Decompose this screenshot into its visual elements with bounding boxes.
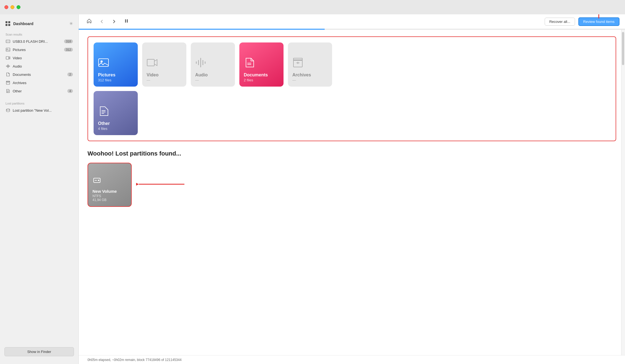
partition-card-new-volume[interactable]: New Volume NTFS 41,94 GB bbox=[88, 163, 132, 207]
lost-partitions-section: Woohoo! Lost partitions found... New Vol… bbox=[88, 150, 616, 207]
content-area: Pictures 312 files Video — bbox=[79, 30, 625, 355]
status-text: 0h05m elapsed, ~0h02m remain, block 7741… bbox=[88, 358, 182, 362]
sidebar-usb-badge: 318 bbox=[64, 39, 73, 43]
category-card-video[interactable]: Video — bbox=[142, 42, 186, 87]
other-icon bbox=[6, 89, 10, 93]
svg-rect-13 bbox=[127, 19, 128, 23]
toolbar: Recover all... Review found items bbox=[79, 14, 625, 29]
documents-card-count: 2 files bbox=[244, 78, 279, 82]
sidebar-pictures-badge: 312 bbox=[64, 48, 73, 52]
sidebar-item-lost-partition[interactable]: Lost partition "New Vol... bbox=[0, 106, 78, 114]
svg-rect-4 bbox=[6, 57, 9, 59]
close-button[interactable] bbox=[4, 5, 8, 9]
pictures-card-count: 312 files bbox=[98, 78, 133, 82]
category-grid-row2: Other 4 files bbox=[94, 91, 610, 135]
usb-icon bbox=[6, 39, 10, 44]
sidebar: Dashboard ✳ Scan results USB3.0 FLASH DR… bbox=[0, 14, 79, 364]
minimize-button[interactable] bbox=[10, 5, 14, 9]
partition-arrow bbox=[136, 180, 186, 189]
dashboard-label: Dashboard bbox=[13, 22, 67, 26]
category-card-archives[interactable]: Archives — bbox=[288, 42, 332, 87]
scrollbar-thumb[interactable] bbox=[622, 32, 624, 65]
archives-icon bbox=[6, 80, 10, 85]
category-grid-container: Pictures 312 files Video — bbox=[88, 36, 616, 141]
dashboard-item[interactable]: Dashboard ✳ bbox=[0, 19, 78, 31]
sidebar-item-pictures[interactable]: Pictures 312 bbox=[0, 46, 78, 54]
forward-button[interactable] bbox=[110, 18, 118, 25]
svg-rect-17 bbox=[147, 59, 154, 66]
documents-icon bbox=[6, 72, 10, 77]
svg-point-11 bbox=[6, 109, 10, 110]
app-body: Dashboard ✳ Scan results USB3.0 FLASH DR… bbox=[0, 14, 625, 364]
sidebar-item-other-label: Other bbox=[13, 89, 65, 93]
audio-icon bbox=[6, 64, 10, 69]
partition-size: 41,94 GB bbox=[92, 198, 127, 202]
sidebar-item-other[interactable]: Other 4 bbox=[0, 87, 78, 95]
sidebar-item-audio-label: Audio bbox=[13, 64, 73, 68]
video-card-count: — bbox=[147, 78, 182, 82]
other-card-count: 4 files bbox=[98, 127, 133, 131]
sidebar-item-usb[interactable]: USB3.0 FLASH DRI... 318 bbox=[0, 37, 78, 46]
svg-point-29 bbox=[98, 180, 99, 181]
home-button[interactable] bbox=[84, 17, 94, 26]
partition-fs: NTFS bbox=[92, 194, 127, 198]
audio-card-count: — bbox=[195, 78, 231, 82]
back-button[interactable] bbox=[97, 18, 106, 25]
audio-card-name: Audio bbox=[195, 73, 231, 77]
status-bar: 0h05m elapsed, ~0h02m remain, block 7741… bbox=[79, 355, 625, 364]
sidebar-item-archives-label: Archives bbox=[13, 81, 73, 85]
sidebar-item-audio[interactable]: Audio bbox=[0, 62, 78, 70]
sidebar-item-usb-label: USB3.0 FLASH DRI... bbox=[13, 39, 62, 44]
category-card-audio[interactable]: Audio — bbox=[191, 42, 235, 87]
pictures-card-icon bbox=[98, 57, 133, 70]
lost-partition-icon bbox=[6, 108, 10, 113]
sidebar-documents-badge: 2 bbox=[67, 73, 73, 76]
pause-button[interactable] bbox=[122, 17, 131, 26]
pictures-card-name: Pictures bbox=[98, 73, 133, 77]
svg-rect-2 bbox=[6, 48, 10, 51]
pictures-icon bbox=[6, 47, 10, 52]
category-card-documents[interactable]: Documents 2 files bbox=[239, 42, 284, 87]
sidebar-item-video[interactable]: Video bbox=[0, 54, 78, 62]
archives-card-count: — bbox=[292, 78, 328, 82]
recover-all-button[interactable]: Recover all... bbox=[545, 18, 575, 26]
svg-rect-1 bbox=[7, 41, 9, 42]
sidebar-item-pictures-label: Pictures bbox=[13, 48, 62, 52]
sidebar-item-documents[interactable]: Documents 2 bbox=[0, 70, 78, 79]
category-card-pictures[interactable]: Pictures 312 files bbox=[94, 42, 138, 87]
lost-partitions-title: Woohoo! Lost partitions found... bbox=[88, 150, 616, 157]
sidebar-item-documents-label: Documents bbox=[13, 73, 65, 77]
scrollbar[interactable] bbox=[621, 30, 625, 355]
svg-rect-15 bbox=[99, 59, 108, 66]
video-card-name: Video bbox=[147, 73, 182, 77]
video-icon bbox=[6, 55, 10, 60]
lost-partitions-label: Lost partitions bbox=[0, 100, 78, 106]
partition-name: New Volume bbox=[92, 189, 127, 194]
maximize-button[interactable] bbox=[17, 5, 20, 9]
category-grid: Pictures 312 files Video — bbox=[94, 42, 610, 87]
archives-card-name: Archives bbox=[292, 73, 328, 77]
sidebar-bottom: Show in Finder bbox=[0, 344, 78, 360]
review-found-button[interactable]: Review found items bbox=[578, 17, 619, 26]
other-card-name: Other bbox=[98, 121, 133, 126]
sidebar-lost-partition-label: Lost partition "New Vol... bbox=[13, 108, 73, 113]
main-content: Recover all... Review found items bbox=[79, 14, 625, 364]
sidebar-item-video-label: Video bbox=[13, 56, 73, 60]
category-card-other[interactable]: Other 4 files bbox=[94, 91, 138, 135]
partition-drive-icon bbox=[92, 176, 127, 187]
archives-card-icon bbox=[292, 57, 328, 70]
video-card-icon bbox=[147, 57, 182, 70]
scan-results-label: Scan results bbox=[0, 31, 78, 37]
sidebar-other-badge: 4 bbox=[67, 89, 73, 93]
documents-card-icon bbox=[244, 57, 279, 70]
sidebar-item-archives[interactable]: Archives bbox=[0, 79, 78, 87]
title-bar bbox=[0, 0, 625, 14]
dashboard-icon bbox=[6, 21, 10, 26]
documents-card-name: Documents bbox=[244, 73, 279, 77]
svg-point-16 bbox=[100, 60, 103, 63]
svg-rect-12 bbox=[125, 19, 126, 23]
show-in-finder-button[interactable]: Show in Finder bbox=[4, 347, 74, 356]
spinner-icon: ✳ bbox=[69, 21, 73, 26]
audio-card-icon bbox=[195, 57, 231, 70]
partition-grid: New Volume NTFS 41,94 GB bbox=[88, 163, 616, 207]
